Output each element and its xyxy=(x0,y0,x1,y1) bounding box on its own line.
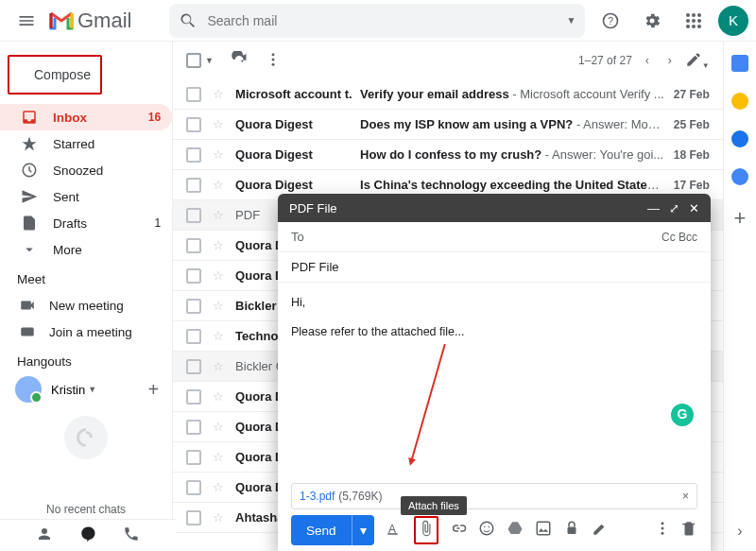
join-meeting-button[interactable]: Join a meeting xyxy=(0,319,172,345)
row-checkbox[interactable] xyxy=(186,389,201,405)
sidebar-item-snoozed[interactable]: Snoozed xyxy=(0,157,172,183)
minimize-icon[interactable]: — xyxy=(647,201,660,215)
sidebar-item-drafts[interactable]: Drafts 1 xyxy=(0,210,172,236)
more-icon[interactable] xyxy=(265,51,282,71)
insert-link-icon[interactable] xyxy=(450,520,467,541)
attachment-chip[interactable]: 1-3.pdf (5,769K) × xyxy=(291,483,697,509)
row-checkbox[interactable] xyxy=(186,359,201,374)
input-tools-icon[interactable]: ▼ xyxy=(685,51,710,71)
collapse-panel-icon[interactable]: › xyxy=(737,523,742,540)
hangouts-user-row[interactable]: Kristin ▼ + xyxy=(0,374,172,403)
insert-photo-icon[interactable] xyxy=(535,520,552,541)
send-options-icon[interactable]: ▾ xyxy=(352,515,374,545)
mail-row[interactable]: ☆Quora DigestHow do I confess to my crus… xyxy=(173,140,723,170)
row-checkbox[interactable] xyxy=(186,208,201,223)
add-addon-icon[interactable]: + xyxy=(733,206,746,231)
sidebar-item-inbox[interactable]: Inbox 16 xyxy=(0,104,172,130)
compose-header[interactable]: PDF File — ⤢ ✕ xyxy=(278,194,711,222)
cc-link[interactable]: Cc xyxy=(662,231,676,244)
person-icon[interactable] xyxy=(36,525,53,546)
mail-row[interactable]: ☆Quora DigestDoes my ISP know am using a… xyxy=(173,110,723,140)
row-checkbox[interactable] xyxy=(186,480,201,495)
star-icon[interactable]: ☆ xyxy=(213,238,224,252)
close-icon[interactable]: ✕ xyxy=(689,201,699,215)
compose-window: PDF File — ⤢ ✕ To Cc Bcc PDF File Hi, Pl… xyxy=(278,194,711,551)
compose-button[interactable]: Compose xyxy=(8,55,102,95)
row-checkbox[interactable] xyxy=(186,117,201,132)
new-meeting-button[interactable]: New meeting xyxy=(0,292,172,319)
row-checkbox[interactable] xyxy=(186,238,201,253)
grammarly-icon[interactable]: G xyxy=(671,404,694,426)
row-checkbox[interactable] xyxy=(186,450,201,465)
star-icon[interactable]: ☆ xyxy=(213,389,224,404)
remove-attachment-icon[interactable]: × xyxy=(682,490,689,503)
hangouts-icon[interactable] xyxy=(79,525,96,546)
sidebar-item-starred[interactable]: Starred xyxy=(0,130,172,157)
next-page-icon[interactable]: › xyxy=(662,54,678,67)
star-icon[interactable]: ☆ xyxy=(213,147,224,162)
compose-body[interactable]: Hi, Please refer to the attached file...… xyxy=(278,283,711,483)
formatting-icon[interactable]: A xyxy=(386,520,403,541)
keep-addon-icon[interactable] xyxy=(731,93,748,110)
gmail-logo[interactable]: Gmail xyxy=(49,9,131,33)
main-menu-icon[interactable] xyxy=(8,2,45,40)
star-icon[interactable]: ☆ xyxy=(213,117,224,131)
new-chat-icon[interactable]: + xyxy=(147,379,159,401)
row-checkbox[interactable] xyxy=(186,178,201,193)
star-icon[interactable]: ☆ xyxy=(213,450,224,464)
sidebar-item-sent[interactable]: Sent xyxy=(0,183,172,210)
svg-point-5 xyxy=(686,19,690,23)
to-input[interactable] xyxy=(312,230,662,244)
settings-icon[interactable] xyxy=(635,4,669,38)
refresh-icon[interactable] xyxy=(231,51,248,71)
star-icon[interactable]: ☆ xyxy=(213,268,224,283)
compose-more-icon[interactable] xyxy=(654,520,671,541)
contacts-addon-icon[interactable] xyxy=(731,168,748,185)
mail-row[interactable]: ☆Microsoft account t.Verify your email a… xyxy=(173,79,723,110)
send-button[interactable]: Send ▾ xyxy=(291,515,374,545)
emoji-icon[interactable] xyxy=(478,520,495,541)
row-checkbox[interactable] xyxy=(186,299,201,314)
apps-icon[interactable] xyxy=(677,4,711,38)
fullscreen-icon[interactable]: ⤢ xyxy=(669,201,679,215)
account-avatar[interactable]: K xyxy=(718,6,748,36)
sidebar-item-more[interactable]: More xyxy=(0,236,172,263)
svg-point-24 xyxy=(662,527,664,530)
search-options-icon[interactable]: ▼ xyxy=(567,15,576,26)
prev-page-icon[interactable]: ‹ xyxy=(640,54,655,67)
app-header: Gmail ▼ ? K xyxy=(0,0,756,42)
star-icon[interactable]: ☆ xyxy=(213,87,224,101)
drive-icon[interactable] xyxy=(507,520,524,541)
star-icon[interactable]: ☆ xyxy=(213,178,224,192)
confidential-icon[interactable] xyxy=(563,520,580,541)
row-checkbox[interactable] xyxy=(186,420,201,435)
insert-signature-icon[interactable] xyxy=(592,520,609,541)
search-bar[interactable]: ▼ xyxy=(169,4,585,38)
select-dropdown-icon[interactable]: ▼ xyxy=(205,56,214,65)
phone-icon[interactable] xyxy=(123,525,140,546)
to-field[interactable]: To Cc Bcc xyxy=(278,222,711,252)
star-icon[interactable]: ☆ xyxy=(213,208,224,222)
row-checkbox[interactable] xyxy=(186,87,201,102)
select-all-checkbox[interactable] xyxy=(186,53,201,68)
calendar-addon-icon[interactable] xyxy=(731,55,748,72)
chevron-down-icon[interactable]: ▼ xyxy=(88,385,96,394)
discard-draft-icon[interactable] xyxy=(680,520,697,541)
side-panel: + › xyxy=(723,42,756,551)
attach-files-icon[interactable] xyxy=(414,516,438,544)
row-checkbox[interactable] xyxy=(186,268,201,284)
support-icon[interactable]: ? xyxy=(593,4,627,38)
row-checkbox[interactable] xyxy=(186,510,201,525)
star-icon[interactable]: ☆ xyxy=(213,480,224,494)
star-icon[interactable]: ☆ xyxy=(213,329,224,343)
star-icon[interactable]: ☆ xyxy=(213,510,224,525)
star-icon[interactable]: ☆ xyxy=(213,420,224,434)
row-checkbox[interactable] xyxy=(186,329,201,344)
bcc-link[interactable]: Bcc xyxy=(679,231,697,244)
star-icon[interactable]: ☆ xyxy=(213,299,224,313)
tasks-addon-icon[interactable] xyxy=(731,130,748,147)
row-checkbox[interactable] xyxy=(186,147,201,163)
star-icon[interactable]: ☆ xyxy=(213,359,224,373)
subject-field[interactable]: PDF File xyxy=(278,252,711,283)
search-input[interactable] xyxy=(207,13,566,28)
